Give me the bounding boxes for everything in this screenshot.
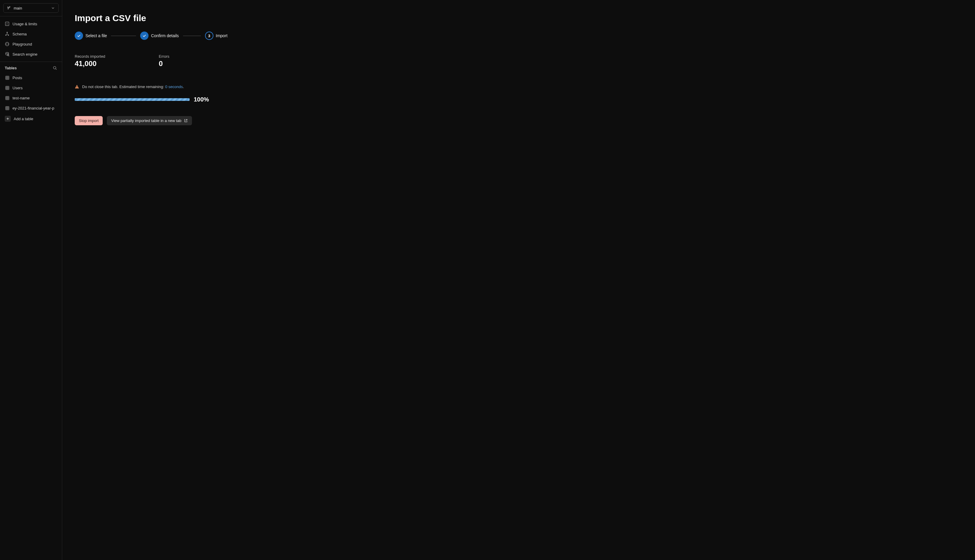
table-icon: [5, 106, 10, 110]
metric-value: 41,000: [75, 60, 105, 68]
tables-header-label: Tables: [5, 66, 17, 70]
step-label: Import: [216, 33, 228, 38]
table-label: ey-2021-financial-year-p: [12, 106, 54, 110]
progress-percent: 100%: [194, 96, 209, 103]
svg-point-5: [6, 52, 8, 53]
chart-bar-icon: [5, 22, 10, 26]
metrics: Records imported 41,000 Errors 0: [75, 54, 962, 68]
step-number: 3: [205, 32, 213, 40]
search-icon[interactable]: [52, 65, 57, 70]
nav-label: Schema: [12, 32, 27, 36]
nav-item-usage[interactable]: Usage & limits: [0, 19, 62, 29]
step-label: Select a file: [85, 33, 107, 38]
nav-section: Usage & limits Schema Playground Search …: [0, 17, 62, 62]
metric-records: Records imported 41,000: [75, 54, 105, 68]
metric-label: Errors: [159, 54, 169, 58]
table-label: Users: [12, 86, 23, 90]
svg-point-3: [8, 35, 9, 36]
step-connector: [111, 36, 136, 36]
time-remaining: 0 seconds: [165, 85, 183, 89]
branch-name: main: [14, 6, 48, 10]
step-confirm-details: Confirm details: [140, 32, 178, 40]
nav-label: Usage & limits: [12, 22, 37, 26]
table-item-posts[interactable]: Posts: [0, 73, 62, 83]
branch-selector[interactable]: main: [3, 3, 58, 13]
step-import: 3 Import: [205, 32, 228, 40]
check-icon: [75, 32, 83, 40]
check-icon: [140, 32, 148, 40]
view-table-button[interactable]: View partially imported table in a new t…: [107, 116, 192, 125]
metric-value: 0: [159, 60, 169, 68]
code-icon: [5, 42, 10, 47]
progress-row: 100%: [75, 96, 962, 103]
git-branch-icon: [7, 6, 11, 10]
svg-point-1: [7, 32, 8, 33]
table-item-financial[interactable]: ey-2021-financial-year-p: [0, 103, 62, 113]
progress-bar: [75, 98, 190, 101]
search-engine-icon: [5, 52, 10, 57]
main-content: Import a CSV file Select a file Confirm …: [62, 0, 975, 560]
sidebar: main Usage & limits Schema Playground: [0, 0, 62, 560]
warning-message: Do not close this tab. Estimated time re…: [75, 85, 962, 89]
warning-icon: [75, 85, 79, 89]
stop-import-button[interactable]: Stop import: [75, 116, 103, 125]
schema-icon: [5, 32, 10, 36]
nav-label: Playground: [12, 42, 32, 47]
table-icon: [5, 85, 10, 90]
svg-rect-11: [5, 106, 8, 110]
step-select-file: Select a file: [75, 32, 107, 40]
add-table-label: Add a table: [14, 117, 33, 121]
svg-point-2: [5, 35, 7, 36]
metric-label: Records imported: [75, 54, 105, 58]
table-icon: [5, 75, 10, 80]
table-item-test-name[interactable]: test-name: [0, 93, 62, 103]
tables-header: Tables: [0, 62, 62, 73]
nav-item-schema[interactable]: Schema: [0, 29, 62, 39]
steps: Select a file Confirm details 3 Import: [75, 32, 962, 40]
step-label: Confirm details: [151, 33, 178, 38]
view-table-label: View partially imported table in a new t…: [111, 118, 181, 123]
svg-rect-9: [5, 86, 8, 89]
svg-rect-10: [5, 96, 8, 99]
plus-icon: [5, 116, 11, 122]
warning-text: Do not close this tab. Estimated time re…: [82, 85, 184, 89]
page-title: Import a CSV file: [75, 13, 962, 23]
svg-rect-8: [5, 76, 8, 79]
nav-item-search-engine[interactable]: Search engine: [0, 49, 62, 59]
table-item-users[interactable]: Users: [0, 83, 62, 93]
nav-item-playground[interactable]: Playground: [0, 39, 62, 49]
metric-errors: Errors 0: [159, 54, 169, 68]
table-icon: [5, 95, 10, 100]
step-connector: [183, 36, 201, 36]
add-table-button[interactable]: Add a table: [0, 113, 62, 124]
svg-point-7: [53, 67, 56, 69]
nav-label: Search engine: [12, 52, 38, 57]
table-label: test-name: [12, 96, 30, 100]
table-label: Posts: [12, 76, 22, 80]
chevron-down-icon: [51, 6, 55, 10]
external-link-icon: [184, 119, 188, 123]
action-buttons: Stop import View partially imported tabl…: [75, 116, 962, 125]
